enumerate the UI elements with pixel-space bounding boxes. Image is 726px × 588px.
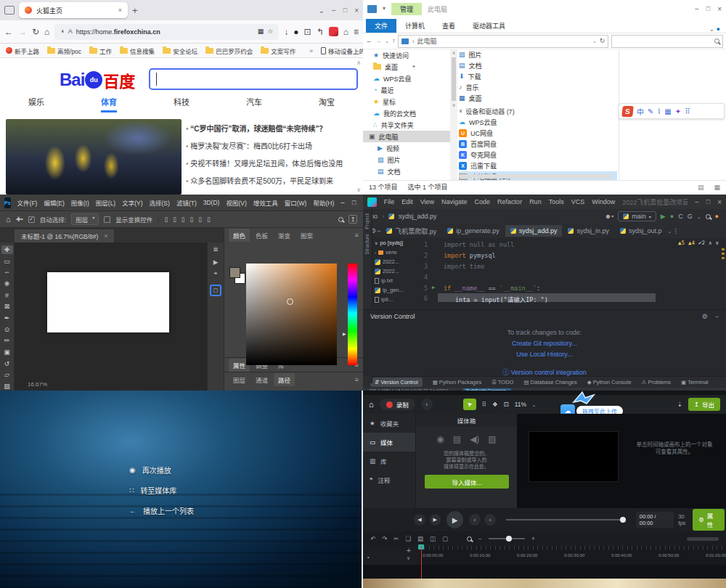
next-issue-icon[interactable]: ∨ <box>715 240 719 246</box>
rail-structure-label[interactable]: Structure <box>364 234 370 254</box>
tab-paths[interactable]: 路径 <box>274 373 295 386</box>
maximize-icon[interactable]: □ <box>343 7 347 14</box>
drive-item-uc[interactable]: UUC网盘 <box>459 128 617 139</box>
brush-tool[interactable]: ✏ <box>1 337 13 346</box>
menu-item-previous-list[interactable]: ←播放上一个列表 <box>129 505 194 516</box>
sidebar-icon[interactable]: ⌂ <box>343 28 348 36</box>
tab-computer[interactable]: 计算机 <box>396 19 433 33</box>
home-icon[interactable]: ⌂ <box>44 28 49 36</box>
bookmark-star-icon[interactable]: ☆ <box>267 28 273 35</box>
minimize-icon[interactable]: − <box>340 199 345 207</box>
record-button[interactable]: 录制 <box>380 399 415 410</box>
scroll-up-icon[interactable]: ∧ <box>450 50 457 56</box>
tab-patterns[interactable]: 图案 <box>296 229 317 242</box>
sidebar-item-desktop[interactable]: 桌面✦ <box>363 61 450 73</box>
menu-icon[interactable]: ≡ <box>354 28 359 36</box>
quick-toolbar-save-icon[interactable]: ▾ <box>383 6 386 12</box>
menu-plugins[interactable]: 增效工具 <box>253 198 278 207</box>
breadcrumb-file[interactable]: sydsj_add.py <box>399 213 437 220</box>
hue-slider[interactable] <box>348 264 357 365</box>
tabs-dropdown-icon[interactable]: ⌄ <box>667 229 672 234</box>
user-icon[interactable]: ☻▾ <box>605 213 614 220</box>
tab-file[interactable]: 文件 <box>366 19 396 33</box>
menu-refactor[interactable]: Refactor <box>497 198 522 205</box>
move-tool-icon[interactable]: ✚▾ <box>16 216 23 223</box>
menu-select[interactable]: 选择(S) <box>150 198 170 207</box>
scroll-up-icon[interactable]: ∧ <box>356 60 361 66</box>
debug-icon[interactable]: ● <box>670 213 674 220</box>
news-headline[interactable]: 央视不转播！又曝光足坛丑闻，体总后悔也没用 <box>186 155 363 173</box>
track-options-dot[interactable]: • <box>367 555 369 560</box>
settings-sync-icon[interactable]: ● <box>715 213 719 220</box>
menu-image[interactable]: 图像(I) <box>71 198 89 207</box>
undo-close-icon[interactable]: ↰ <box>317 28 324 36</box>
drive-item-quark[interactable]: K夸克网盘 <box>459 150 617 160</box>
refresh-icon[interactable]: ↻ <box>600 38 605 44</box>
tool-tab-problems[interactable]: ⚠ Problems <box>642 379 672 385</box>
address-dropdown-icon[interactable]: ⌄ <box>592 38 597 44</box>
share-icon[interactable]: ↥ <box>348 215 357 224</box>
rail-project-label[interactable]: Project <box>364 213 370 229</box>
back-icon[interactable]: ← <box>4 28 13 36</box>
menu-view[interactable]: 视图(V) <box>226 198 246 207</box>
add-track-icon[interactable]: + <box>407 547 411 555</box>
download-icon[interactable]: ↓ <box>284 28 288 36</box>
sogou-pen-icon[interactable]: ✎ <box>648 107 653 115</box>
sidebar-item-quick-access[interactable]: ★快速访问 <box>363 49 450 61</box>
maximize-icon[interactable]: □ <box>706 198 710 205</box>
category-tab[interactable]: 娱乐 <box>28 96 44 113</box>
frame-tool[interactable]: ⊠ <box>1 302 13 311</box>
tool-tab-python-console[interactable]: ◆ Python Console <box>587 379 632 385</box>
category-tab[interactable]: 科技 <box>174 96 189 113</box>
forward-icon[interactable]: → <box>375 38 382 44</box>
auto-select-checkbox[interactable]: ✓ <box>28 216 35 223</box>
clone-stamp-tool[interactable]: ▣ <box>1 348 13 356</box>
crop-tool-icon[interactable]: ⊡ <box>504 401 509 408</box>
maximize-icon[interactable]: □ <box>706 5 710 12</box>
search-icon[interactable] <box>338 217 343 222</box>
eyedropper-tool[interactable]: ✒ <box>1 314 13 322</box>
panel-menu-icon[interactable]: ≡ <box>355 232 363 239</box>
sogou-keyboard-icon[interactable]: ▦ <box>664 107 671 115</box>
seek-slider[interactable] <box>506 519 626 520</box>
menu-layer[interactable]: 图层(L) <box>96 198 115 207</box>
news-headline[interactable]: 梅罗决裂“友尽赛”：梅西0比6打卡出场 <box>186 138 363 155</box>
hue-slider-arrow[interactable]: ▶ <box>343 331 346 336</box>
properties-button[interactable]: ⚙属性 <box>693 509 725 531</box>
local-history-link[interactable]: Use Local History... <box>363 349 726 360</box>
tool-tab-terminal[interactable]: ▣ Terminal <box>681 379 708 385</box>
editor-tab[interactable]: sydsj_out.p <box>615 225 667 237</box>
folder-item-music[interactable]: ♪音乐 <box>459 82 617 93</box>
scroll-down-icon[interactable]: ∨ <box>450 102 457 108</box>
extension-icon[interactable] <box>329 27 338 36</box>
zoom-level[interactable]: 16.67% <box>28 381 47 388</box>
sogou-skin-icon[interactable]: ✦ <box>675 107 681 115</box>
menu-code[interactable]: Code <box>475 198 491 205</box>
home-icon[interactable]: ⌂ <box>6 216 11 224</box>
sidebar-item-wps-cloud[interactable]: ☁WPS云盘 <box>363 73 450 84</box>
bookmark-item[interactable]: 信息搜集 <box>120 46 155 55</box>
sidebar-item-videos[interactable]: ▶视频 <box>363 142 450 154</box>
close-icon[interactable]: × <box>354 7 359 15</box>
bookmark-item[interactable]: 高频/poc <box>47 46 81 55</box>
copy-icon[interactable]: ❏ <box>405 535 411 542</box>
tree-item-file[interactable]: ip.txt <box>372 276 409 285</box>
canvas-zoom-value[interactable]: 11% <box>515 401 526 408</box>
editor-tab[interactable]: ip_generate.py <box>442 225 505 237</box>
sidebar-item-media[interactable]: ▭媒体 <box>363 433 415 452</box>
tool-tab-database-changes[interactable]: ▤ Database Changes <box>523 379 576 385</box>
minimize-icon[interactable]: − <box>332 7 336 15</box>
comment-panel-icon[interactable]: ❝ <box>214 271 218 278</box>
bookmark-item[interactable]: 巴巴罗莎约会 <box>205 46 253 55</box>
tab-close-icon[interactable]: × <box>104 232 107 240</box>
history-brush-tool[interactable]: ↺ <box>1 359 13 368</box>
mic-icon[interactable]: ⇣ <box>677 401 682 408</box>
sidebar-item-cloud-docs[interactable]: ☁我的云文档 <box>363 107 450 119</box>
tab-view[interactable]: 查看 <box>433 19 464 33</box>
export-button[interactable]: ↥导出 <box>688 398 720 411</box>
zoom-out-icon[interactable]: − <box>478 535 482 542</box>
align-left-icon[interactable]: ▯ <box>164 216 168 223</box>
minimize-icon[interactable]: − <box>695 5 699 13</box>
home-icon[interactable]: ⌂ <box>369 401 374 409</box>
tab-channels[interactable]: 通道 <box>251 373 272 386</box>
